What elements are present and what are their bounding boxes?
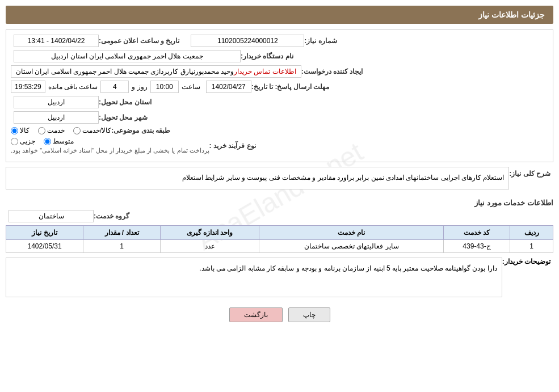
row-purchase-type: نوع فرآیند خرید : متوسط جزیی پرداخت تمام… — [11, 137, 548, 154]
category-label: طبقه بندی موضوعی: — [111, 127, 170, 134]
category-option-service: خدمت — [38, 127, 65, 134]
remaining-label: ساعت باقی مانده — [48, 83, 98, 91]
category-option-label-3: کالا/خدمت — [82, 127, 111, 134]
category-radio-group: کالا/خدمت خدمت کالا — [11, 127, 111, 134]
creator-name: وحید محمدپورنیارق کاربردازی جمعیت هلال ا… — [16, 68, 234, 75]
buyer-notes-section: توضیحات خریدار: دارا بودن گواهینامه صلاح… — [6, 258, 553, 302]
city-label: شهر محل تحویل: — [99, 113, 148, 121]
buyer-notes-text: دارا بودن گواهینامه صلاحیت معتبر پایه 5 … — [6, 258, 502, 297]
col-service-code: کد خدمت — [443, 225, 510, 239]
category-option-service-goods: کالا/خدمت — [73, 127, 111, 134]
city-value: اردبیل — [14, 111, 99, 124]
reply-date: 1402/04/27 — [206, 81, 251, 93]
service-group-row: گروه خدمت: ساختمان — [6, 210, 553, 222]
purchase-radio-1[interactable] — [11, 138, 18, 145]
buyer-name-label: نام دستگاه خریدار: — [241, 52, 293, 60]
reply-time: 10:00 — [150, 81, 179, 93]
info-section: شماره نیاز: 1102005224000012 تاریخ و ساع… — [6, 29, 553, 162]
col-quantity: تعداد / مقدار — [83, 225, 161, 239]
category-option-label-2: خدمت — [47, 127, 65, 134]
category-option-label-1: کالا — [20, 127, 30, 134]
col-unit: واحد اندازه گیری — [160, 225, 259, 239]
service-table: ردیف کد خدمت نام خدمت واحد اندازه گیری ت… — [6, 225, 553, 253]
purchase-radio-2[interactable] — [44, 138, 51, 145]
service-info-title: اطلاعات خدمات مورد نیاز — [6, 199, 553, 207]
category-radio-3[interactable] — [73, 127, 81, 134]
need-number-value: 1102005224000012 — [191, 35, 304, 47]
page-title: جزئیات اطلاعات نیاز — [6, 6, 553, 24]
col-date: تاریخ نیاز — [6, 225, 83, 239]
creator-label: ایجاد کننده درخواست: — [301, 68, 363, 75]
service-group-value: ساختمان — [9, 210, 94, 222]
print-button[interactable]: چاپ — [288, 307, 330, 322]
row-need-number: شماره نیاز: 1102005224000012 تاریخ و ساع… — [11, 35, 548, 47]
date-fields: 19:53:29 ساعت باقی مانده 4 روز و 10:00 س… — [11, 81, 251, 93]
purchase-option-medium: متوسط — [44, 137, 74, 145]
row-reply-deadline: مهلت ارسال پاسخ: تا تاریخ: 19:53:29 ساعت… — [11, 81, 548, 93]
back-button[interactable]: بازگشت — [229, 307, 283, 322]
need-number-label: شماره نیاز: — [304, 37, 337, 45]
col-row-num: ردیف — [510, 225, 553, 239]
category-option-goods: کالا — [11, 127, 30, 134]
purchase-option-label-2: متوسط — [53, 137, 74, 145]
purchase-radio-group: متوسط جزیی — [11, 137, 74, 145]
purchase-type-label: نوع فرآیند خرید : — [209, 142, 256, 150]
category-radio-2[interactable] — [38, 127, 45, 134]
creator-contact-link[interactable]: اطلاعات تماس خریدار — [234, 68, 296, 75]
province-value: اردبیل — [14, 96, 99, 108]
row-creator: ایجاد کننده درخواست: اطلاعات تماس خریدار… — [11, 65, 548, 78]
description-label: شرح کلی نیاز: — [509, 167, 550, 178]
row-city: شهر محل تحویل: اردبیل — [11, 111, 548, 124]
purchase-option-minor: جزیی — [11, 137, 35, 145]
time-label: ساعت — [182, 83, 200, 91]
purchase-option-label-1: جزیی — [20, 137, 35, 145]
province-label: استان محل تحویل: — [99, 98, 152, 106]
reply-remaining: 19:53:29 — [11, 81, 45, 93]
row-buyer-name: نام دستگاه خریدار: جمعیت هلال احمر جمهور… — [11, 50, 548, 62]
date-time-value: 1402/04/22 - 13:41 — [14, 35, 99, 47]
purchase-note: پرداخت تمام یا بخشی از مبلغ خریدار از مح… — [11, 147, 209, 154]
row-province: استان محل تحویل: اردبیل — [11, 96, 548, 108]
col-service-name: نام خدمت — [259, 225, 444, 239]
category-radio-1[interactable] — [11, 127, 18, 134]
reply-deadline-label: مهلت ارسال پاسخ: تا تاریخ: — [251, 83, 329, 91]
buyer-name-value: جمعیت هلال احمر جمهوری اسلامی ایران استا… — [14, 50, 241, 62]
description-section: شرح کلی نیاز: استعلام کارهای اجرایی ساخت… — [6, 167, 553, 194]
row-category: طبقه بندی موضوعی: کالا/خدمت خدمت کالا — [11, 127, 548, 134]
footer-buttons: چاپ بازگشت — [6, 307, 553, 322]
service-group-label: گروه خدمت: — [94, 212, 129, 220]
reply-days: 4 — [100, 81, 129, 93]
table-row: 1ج-43-439سایر فعالیتهای تخصصی ساختمانعدد… — [6, 239, 553, 252]
buyer-notes-label: توضیحات خریدار: — [502, 258, 550, 265]
days-label: روز و — [132, 83, 147, 91]
date-time-label: تاریخ و ساعت اعلان عمومی: — [99, 37, 179, 45]
description-text: استعلام کارهای اجرایی ساختمانهای امدادی … — [6, 167, 509, 189]
